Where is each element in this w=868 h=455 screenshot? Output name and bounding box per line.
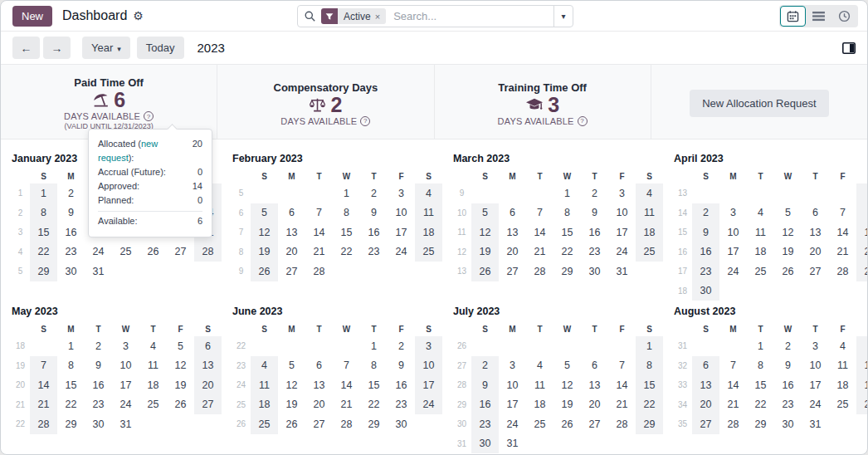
day-cell[interactable]: 20 <box>305 395 333 415</box>
day-cell[interactable]: 10 <box>719 223 747 242</box>
day-cell[interactable]: 7 <box>829 203 856 223</box>
day-cell[interactable]: 15 <box>360 375 388 395</box>
day-cell[interactable]: 17 <box>388 223 415 242</box>
day-cell[interactable]: 8 <box>360 356 388 376</box>
day-cell[interactable]: 1 <box>57 336 85 356</box>
day-cell[interactable]: 13 <box>581 375 608 395</box>
day-cell[interactable]: 6 <box>278 203 305 223</box>
day-cell[interactable]: 10 <box>608 203 636 223</box>
day-cell[interactable]: 7 <box>30 356 57 376</box>
day-cell[interactable]: 28 <box>333 414 360 434</box>
day-cell[interactable]: 2 <box>692 203 719 223</box>
day-cell[interactable]: 4 <box>636 183 663 203</box>
day-cell[interactable]: 7 <box>333 356 360 376</box>
day-cell[interactable]: 26 <box>167 395 194 415</box>
day-cell[interactable]: 1 <box>30 183 57 203</box>
day-cell[interactable]: 5 <box>251 203 278 223</box>
day-cell[interactable]: 14 <box>719 375 747 395</box>
day-cell[interactable]: 5 <box>553 356 581 376</box>
day-cell[interactable]: 29 <box>30 262 57 281</box>
day-cell[interactable]: 30 <box>57 262 85 281</box>
day-cell[interactable]: 15 <box>636 375 663 395</box>
day-cell[interactable]: 18 <box>415 223 442 242</box>
day-cell[interactable]: 8 <box>553 203 581 223</box>
day-cell[interactable]: 9 <box>360 203 388 223</box>
day-cell[interactable]: 16 <box>360 223 388 242</box>
day-cell[interactable]: 9 <box>692 223 719 242</box>
day-cell[interactable]: 28 <box>719 414 747 434</box>
sidebar-toggle-icon[interactable] <box>842 42 856 54</box>
day-cell[interactable]: 21 <box>829 242 856 262</box>
day-cell[interactable]: 18 <box>139 375 167 395</box>
day-cell[interactable]: 5 <box>167 336 194 356</box>
day-cell[interactable]: 28 <box>608 414 636 434</box>
day-cell[interactable]: 29 <box>360 414 388 434</box>
day-cell[interactable]: 23 <box>471 414 499 434</box>
day-cell[interactable]: 25 <box>139 395 167 415</box>
list-view-button[interactable] <box>806 6 831 27</box>
day-cell[interactable]: 12 <box>553 375 581 395</box>
day-cell[interactable]: 1 <box>747 336 774 356</box>
day-cell[interactable]: 13 <box>278 223 305 242</box>
day-cell[interactable]: 16 <box>57 223 85 242</box>
day-cell[interactable]: 1 <box>360 336 388 356</box>
day-cell[interactable]: 7 <box>608 356 636 376</box>
day-cell[interactable]: 1 <box>636 336 663 356</box>
day-cell[interactable]: 14 <box>333 375 360 395</box>
day-cell[interactable]: 14 <box>526 223 553 242</box>
day-cell[interactable]: 20 <box>278 242 305 262</box>
day-cell[interactable]: 22 <box>333 242 360 262</box>
day-cell[interactable]: 22 <box>30 242 57 262</box>
day-cell[interactable]: 18 <box>747 242 774 262</box>
help-icon[interactable] <box>578 116 588 126</box>
day-cell[interactable]: 6 <box>305 356 333 376</box>
day-cell[interactable]: 10 <box>415 356 442 376</box>
day-cell[interactable]: 8 <box>333 203 360 223</box>
day-cell[interactable]: 28 <box>194 242 222 262</box>
day-cell[interactable]: 2 <box>471 356 499 376</box>
day-cell[interactable]: 26 <box>251 262 278 281</box>
remove-filter-icon[interactable] <box>375 12 380 22</box>
day-cell[interactable]: 22 <box>636 395 663 415</box>
day-cell[interactable]: 16 <box>388 375 415 395</box>
day-cell[interactable]: 20 <box>499 242 526 262</box>
day-cell[interactable]: 26 <box>774 262 802 281</box>
day-cell[interactable]: 28 <box>526 262 553 281</box>
day-cell[interactable]: 12 <box>471 223 499 242</box>
day-cell[interactable]: 24 <box>719 262 747 281</box>
day-cell[interactable]: 14 <box>305 223 333 242</box>
day-cell[interactable]: 27 <box>499 262 526 281</box>
gantt-view-button[interactable] <box>831 6 857 27</box>
day-cell[interactable]: 8 <box>57 356 85 376</box>
day-cell[interactable]: 23 <box>581 242 608 262</box>
day-cell[interactable]: 19 <box>167 375 194 395</box>
day-cell[interactable]: 11 <box>526 375 553 395</box>
day-cell[interactable]: 25 <box>415 242 442 262</box>
day-cell[interactable]: 10 <box>388 203 415 223</box>
day-cell[interactable]: 17 <box>499 395 526 415</box>
day-cell[interactable]: 2 <box>360 183 388 203</box>
day-cell[interactable]: 24 <box>415 395 442 415</box>
day-cell[interactable]: 25 <box>251 414 278 434</box>
day-cell[interactable]: 23 <box>85 395 112 415</box>
day-cell[interactable]: 27 <box>305 414 333 434</box>
day-cell[interactable]: 29 <box>636 414 663 434</box>
day-cell[interactable]: 28 <box>305 262 333 281</box>
day-cell[interactable]: 30 <box>388 414 415 434</box>
day-cell[interactable]: 16 <box>471 395 499 415</box>
day-cell[interactable]: 20 <box>194 375 222 395</box>
day-cell[interactable]: 23 <box>388 395 415 415</box>
day-cell[interactable]: 14 <box>608 375 636 395</box>
day-cell[interactable]: 31 <box>85 262 112 281</box>
day-cell[interactable]: 31 <box>608 262 636 281</box>
day-cell[interactable]: 30 <box>692 281 719 301</box>
day-cell[interactable]: 24 <box>112 395 139 415</box>
day-cell[interactable]: 27 <box>692 414 719 434</box>
day-cell[interactable]: 27 <box>581 414 608 434</box>
day-cell[interactable]: 30 <box>581 262 608 281</box>
day-cell[interactable]: 6 <box>581 356 608 376</box>
day-cell[interactable]: 27 <box>802 262 829 281</box>
day-cell[interactable]: 11 <box>251 375 278 395</box>
calendar-view-button[interactable] <box>780 6 806 27</box>
day-cell[interactable]: 18 <box>636 223 663 242</box>
